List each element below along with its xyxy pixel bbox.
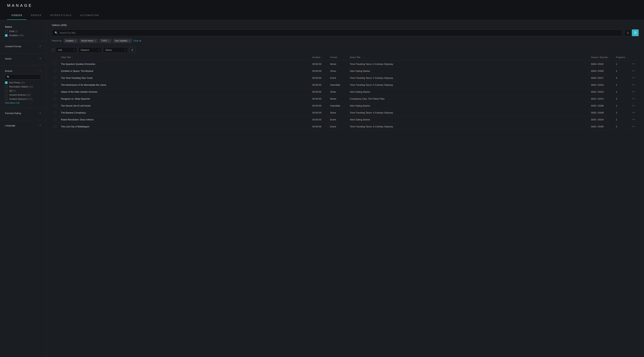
videos-count: Videos (408) [52, 24, 639, 26]
row-series-6: Alien Dating Diaries [348, 102, 589, 109]
brands-search-input[interactable] [11, 76, 39, 78]
tab-series[interactable]: SERIES [26, 11, 46, 20]
recreation-station-checkbox[interactable] [5, 86, 8, 88]
tab-interstitials[interactable]: INTERSTITIALS [46, 11, 76, 20]
select-all-checkbox[interactable] [52, 49, 54, 51]
th-checkbox [52, 54, 59, 60]
search-input[interactable] [60, 31, 619, 34]
search-box[interactable]: 🔍 [52, 30, 622, 36]
brands-search-box[interactable]: 🔍 [5, 74, 41, 80]
row-checkbox-3[interactable] [52, 82, 59, 88]
row-checkbox-6[interactable] [52, 102, 59, 109]
sidebar-item-q5[interactable]: Q5 (4) [5, 90, 41, 92]
row-title-7: The Banana Conspiracy [59, 109, 310, 116]
row-checkbox-4[interactable] [52, 88, 59, 95]
ancient-science-checkbox[interactable] [5, 94, 8, 96]
more-options-icon-0[interactable]: ••• [632, 62, 636, 66]
more-options-icon-6[interactable]: ••• [632, 104, 636, 107]
row-checkbox-7[interactable] [52, 109, 59, 116]
row-programs-6: 1 [614, 102, 630, 109]
content-format-label: Content Format [5, 45, 21, 48]
row-more-6[interactable]: ••• [630, 102, 639, 109]
row-more-9[interactable]: ••• [630, 123, 639, 130]
end-times-checkbox[interactable] [5, 82, 8, 84]
sidebar-item-recreation-station[interactable]: Recreation Station (42) [5, 85, 41, 88]
series-header[interactable]: Series + [5, 57, 41, 60]
q5-label: Q5 (4) [9, 90, 16, 92]
row-more-5[interactable]: ••• [630, 95, 639, 102]
tab-automation[interactable]: AUTOMATION [76, 11, 103, 20]
th-duration[interactable]: Duration ↓ [310, 54, 328, 60]
draft-label: Draft (2) [9, 30, 18, 32]
view-more-button[interactable]: View More (+8) [5, 102, 41, 104]
row-title-9: The Lost City of Bubblegum [59, 123, 310, 130]
enabled-checkbox[interactable] [5, 34, 8, 37]
row-checkbox-2[interactable] [52, 74, 59, 82]
filter-tag-enabled-remove[interactable]: × [74, 40, 76, 42]
more-options-icon-4[interactable]: ••• [632, 90, 636, 93]
filter-tag-tvpg-remove[interactable]: × [108, 40, 110, 42]
row-season-5: S001 / E014 [589, 95, 614, 102]
grid-view-button[interactable]: ⊞ [624, 30, 631, 36]
row-checkbox-1[interactable] [52, 68, 59, 74]
th-programs[interactable]: Programs ↓ [614, 54, 630, 60]
sidebar-item-enabled[interactable]: Enabled (406) [5, 34, 41, 37]
th-video-title[interactable]: Video Title ↓ [59, 54, 310, 60]
content-format-header[interactable]: Content Format + [5, 45, 41, 48]
language-header[interactable]: Language + [5, 124, 41, 127]
row-checkbox-5[interactable] [52, 95, 59, 102]
row-format-6: Interstitial [328, 102, 348, 109]
status-dropdown[interactable]: Status ▾ [103, 47, 128, 53]
more-options-icon-7[interactable]: ••• [632, 111, 636, 114]
brands-header[interactable]: Brands − [5, 69, 41, 72]
list-view-button[interactable]: ☰ [632, 30, 639, 36]
row-duration-7: 00:00:00 [310, 109, 328, 116]
sidebar-item-end-times[interactable]: End Times (33) [5, 81, 41, 84]
filter-tag-has-subtitles-remove[interactable]: × [128, 40, 130, 42]
delete-button[interactable]: 🗑 [129, 47, 135, 53]
draft-checkbox[interactable] [5, 30, 8, 32]
row-duration-5: 00:00:00 [310, 95, 328, 102]
more-options-icon-5[interactable]: ••• [632, 97, 636, 100]
filter-tag-brand-name-label: Brand Name [82, 40, 93, 42]
parental-rating-header[interactable]: Parental Rating + [5, 112, 41, 115]
more-options-icon-1[interactable]: ••• [632, 69, 636, 72]
ancient-science-2-checkbox[interactable] [5, 98, 8, 100]
sidebar-item-draft[interactable]: Draft (2) [5, 30, 41, 32]
row-checkbox-0[interactable] [52, 60, 59, 68]
row-more-1[interactable]: ••• [630, 68, 639, 74]
more-options-icon-9[interactable]: ••• [632, 125, 636, 128]
search-icon: 🔍 [55, 31, 58, 34]
th-series-title[interactable]: Series Title ↓ [348, 54, 589, 60]
row-programs-9: 2 [614, 123, 630, 130]
row-more-0[interactable]: ••• [630, 60, 639, 68]
sidebar-item-ancient-science[interactable]: Ancient Science (68) [5, 94, 41, 96]
table-header-row: Video Title ↓ Duration ↓ Format Series T… [52, 54, 639, 60]
row-more-8[interactable]: ••• [630, 116, 639, 123]
clear-all-button[interactable]: Clear all [134, 40, 141, 42]
replace-dropdown[interactable]: Replace ▾ [78, 47, 102, 53]
table-row: The Adventures of Sir Marmalade the Llam… [52, 82, 639, 88]
row-more-4[interactable]: ••• [630, 88, 639, 95]
more-options-icon-8[interactable]: ••• [632, 118, 636, 121]
table-row: The Secret Life of Left Socks 00:00:00 I… [52, 102, 639, 109]
sidebar-item-ancient-science-2[interactable]: Ancient Science 2 (71) [5, 98, 41, 100]
q5-checkbox[interactable] [5, 90, 8, 92]
row-more-2[interactable]: ••• [630, 74, 639, 82]
parental-rating-expand-icon: + [39, 112, 41, 115]
main-layout: Status Draft (2) Enabled (406) Content F… [0, 20, 644, 357]
status-dropdown-arrow: ▾ [125, 49, 126, 51]
row-format-8: Event [328, 116, 348, 123]
more-options-icon-2[interactable]: ••• [632, 76, 636, 79]
row-checkbox-8[interactable] [52, 116, 59, 123]
row-duration-2: 00:00:00 [310, 74, 328, 82]
add-dropdown[interactable]: Add ▾ [56, 47, 77, 53]
ancient-science-2-label: Ancient Science 2 (71) [9, 98, 32, 100]
row-more-3[interactable]: ••• [630, 82, 639, 88]
more-options-icon-3[interactable]: ••• [632, 83, 636, 86]
row-checkbox-9[interactable] [52, 123, 59, 130]
row-more-7[interactable]: ••• [630, 109, 639, 116]
tab-videos[interactable]: VIDEOS [7, 11, 26, 20]
filter-tag-brand-name-remove[interactable]: × [94, 40, 96, 42]
th-season-episode[interactable]: Season / Episode ↓ [589, 54, 614, 60]
